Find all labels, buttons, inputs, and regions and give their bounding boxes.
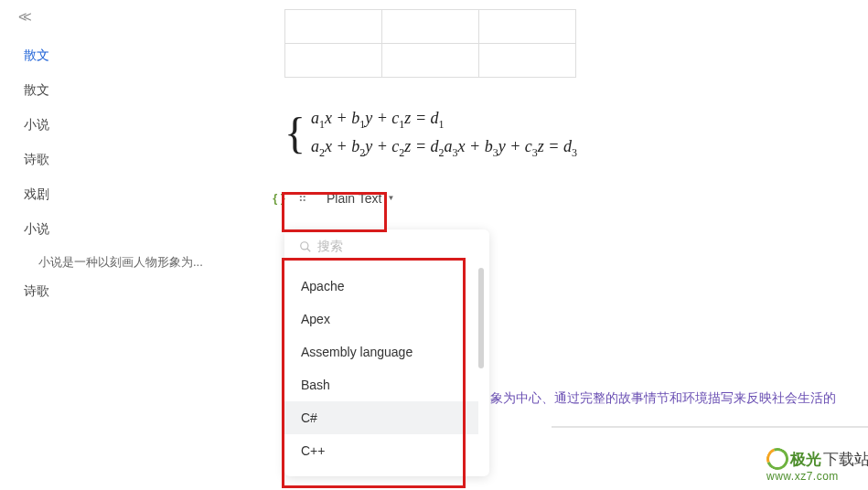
- sidebar: << 散文 散文 小说 诗歌 戏剧 小说 小说是一种以刻画人物形象为... 诗歌: [0, 0, 233, 490]
- language-dropdown: 搜索 Apache Apex Assembly language Bash C#…: [284, 229, 489, 476]
- language-label: Plain Text: [327, 191, 381, 206]
- body-text-line: 象为中心、通过完整的故事情节和环境描写来反映社会生活的: [490, 390, 836, 407]
- dropdown-item-apex[interactable]: Apex: [284, 303, 478, 336]
- dropdown-item-apache[interactable]: Apache: [284, 270, 478, 303]
- dropdown-item-bash[interactable]: Bash: [284, 368, 478, 401]
- svg-line-1: [307, 249, 311, 252]
- watermark-logo: 极光下载站 www.xz7.com: [766, 448, 868, 483]
- nav-item-6[interactable]: 诗歌: [18, 276, 232, 307]
- dropdown-item-assembly[interactable]: Assembly language: [284, 336, 478, 368]
- nav-item-5[interactable]: 小说: [18, 214, 232, 245]
- language-selector[interactable]: Plain Text ▼: [317, 187, 403, 209]
- dropdown-scrollbar[interactable]: [478, 268, 486, 473]
- code-block-toolbar: { } ⠿ Plain Text ▼: [270, 187, 868, 209]
- chevron-down-icon: ▼: [387, 194, 394, 202]
- watermark-url: www.xz7.com: [766, 470, 868, 483]
- nav-item-1[interactable]: 散文: [18, 75, 232, 106]
- code-block-icon[interactable]: { }: [270, 189, 288, 208]
- dropdown-item-cpp[interactable]: C++: [284, 434, 478, 467]
- search-placeholder: 搜索: [317, 239, 343, 255]
- search-icon: [299, 240, 312, 253]
- brace-icon: {: [284, 112, 305, 155]
- watermark-name-1: 极光: [790, 449, 821, 470]
- scrollbar-thumb[interactable]: [478, 268, 484, 368]
- dropdown-search[interactable]: 搜索: [284, 229, 489, 264]
- watermark-name-2: 下载站: [823, 449, 868, 470]
- nav-item-2[interactable]: 小说: [18, 110, 232, 141]
- math-line-1: a1x + b1y + c1z = d1: [311, 105, 577, 133]
- dropdown-item-csharp[interactable]: C#: [284, 401, 478, 434]
- drag-handle-icon[interactable]: ⠿: [294, 189, 312, 208]
- footer-divider: [552, 426, 868, 428]
- nav-item-5-sub: 小说是一种以刻画人物形象为...: [18, 249, 232, 276]
- nav-item-0[interactable]: 散文: [18, 40, 232, 71]
- math-equation: { a1x + b1y + c1z = d1 a2x + b2y + c2z =…: [284, 105, 868, 162]
- content-table[interactable]: [284, 9, 576, 78]
- collapse-icon[interactable]: <<: [18, 9, 232, 26]
- svg-point-0: [301, 242, 308, 250]
- nav-item-4[interactable]: 戏剧: [18, 179, 232, 210]
- math-line-2: a2x + b2y + c2z = d2a3x + b3y + c3z = d3: [311, 133, 577, 162]
- dropdown-list: Apache Apex Assembly language Bash C# C+…: [284, 264, 478, 476]
- nav-item-3[interactable]: 诗歌: [18, 144, 232, 176]
